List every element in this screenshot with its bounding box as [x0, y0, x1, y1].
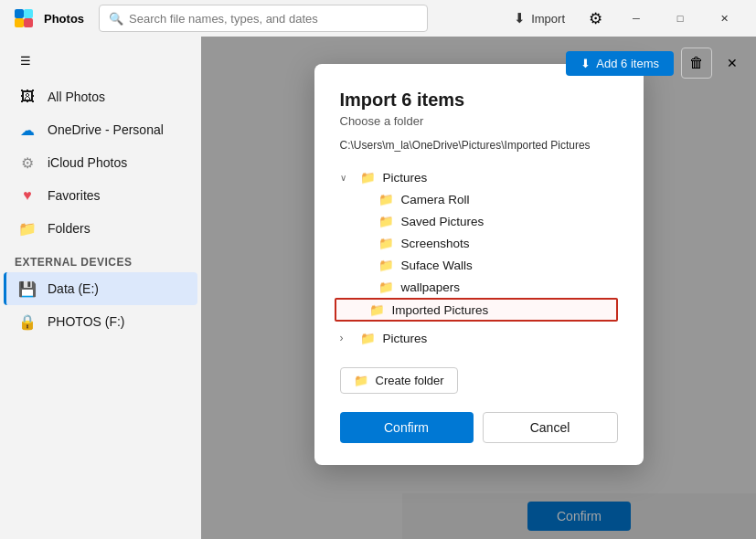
dialog-actions: Confirm Cancel — [340, 412, 618, 443]
chevron-down-icon: ∨ — [340, 173, 353, 183]
sidebar-item-data-e[interactable]: 💾 Data (E:) — [4, 272, 197, 305]
sidebar-item-onedrive[interactable]: ☁ OneDrive - Personal — [4, 113, 197, 146]
folder-icon: 📁 — [378, 280, 394, 294]
title-bar-left: Photos 🔍 — [11, 5, 503, 32]
favorites-icon: ♥ — [18, 186, 37, 205]
folder-icon: 📁 — [378, 236, 394, 250]
sidebar-item-folders[interactable]: 📁 Folders — [4, 212, 197, 245]
tree-item-label: Saved Pictures — [401, 215, 484, 228]
folder-icon: 📁 — [378, 258, 394, 272]
settings-icon[interactable]: ⚙ — [585, 5, 606, 32]
tree-item-pictures-collapsed[interactable]: › 📁 Pictures — [340, 327, 618, 349]
onedrive-icon: ☁ — [18, 121, 37, 139]
tree-item-label: Camera Roll — [401, 193, 470, 206]
trash-button[interactable]: 🗑 — [681, 48, 712, 79]
window-controls: ─ □ ✕ — [615, 4, 745, 33]
dialog-path: C:\Users\m_la\OneDrive\Pictures\Imported… — [340, 139, 618, 152]
title-bar-right: ⬇ Import ⚙ ─ □ ✕ — [503, 4, 745, 33]
dialog-subtitle: Choose a folder — [340, 114, 618, 128]
hamburger-icon: ☰ — [20, 54, 31, 68]
add-items-button[interactable]: ⬇ Add 6 items — [566, 51, 674, 76]
tree-item-camera-roll[interactable]: 📁 Camera Roll — [340, 188, 618, 210]
app-icon — [11, 5, 37, 31]
tree-item-label: wallpapers — [401, 280, 461, 294]
svg-rect-2 — [15, 18, 24, 27]
icloud-icon: ⚙ — [18, 153, 37, 172]
add-items-icon: ⬇ — [580, 57, 591, 70]
tree-item-label: Suface Walls — [401, 259, 473, 272]
title-bar: Photos 🔍 ⬇ Import ⚙ ─ □ ✕ — [0, 0, 756, 37]
tree-item-label: Pictures — [383, 332, 428, 345]
drive-e-icon: 💾 — [18, 280, 37, 298]
tree-item-saved-pictures[interactable]: 📁 Saved Pictures — [340, 210, 618, 232]
overlay: Import 6 items Choose a folder C:\Users\… — [201, 37, 756, 539]
header-close-button[interactable]: ✕ — [719, 50, 745, 76]
svg-rect-1 — [24, 9, 33, 18]
folder-icon: 📁 — [378, 214, 394, 228]
folder-tree: ∨ 📁 Pictures 📁 Camera Roll 📁 Saved Pictu… — [340, 166, 618, 349]
main-area: ⬇ Add 6 items 🗑 ✕ Import 6 items Choose … — [201, 37, 756, 539]
import-header: ⬇ Add 6 items 🗑 ✕ — [566, 48, 745, 79]
sidebar: ☰ 🖼 All Photos ☁ OneDrive - Personal ⚙ i… — [0, 37, 201, 539]
minimize-button[interactable]: ─ — [615, 4, 657, 33]
search-input[interactable] — [129, 12, 418, 26]
chevron-right-icon: › — [340, 332, 353, 344]
svg-rect-3 — [24, 18, 33, 27]
sidebar-item-photos-f[interactable]: 🔒 PHOTOS (F:) — [4, 305, 197, 338]
tree-item-label: Imported Pictures — [392, 303, 489, 317]
confirm-button[interactable]: Confirm — [340, 412, 474, 443]
sidebar-item-icloud[interactable]: ⚙ iCloud Photos — [4, 146, 197, 179]
tree-item-imported-pictures[interactable]: 📁 Imported Pictures — [335, 298, 618, 322]
import-button-top[interactable]: ⬇ Import — [503, 6, 576, 30]
tree-item-suface-walls[interactable]: 📁 Suface Walls — [340, 254, 618, 276]
menu-button[interactable]: ☰ — [7, 44, 44, 77]
import-icon: ⬇ — [514, 10, 526, 26]
drive-f-icon: 🔒 — [18, 312, 37, 331]
folders-icon: 📁 — [18, 219, 37, 238]
cancel-button[interactable]: Cancel — [483, 412, 618, 443]
tree-item-screenshots[interactable]: 📁 Screenshots — [340, 232, 618, 254]
svg-rect-0 — [15, 9, 24, 18]
search-icon: 🔍 — [109, 12, 123, 26]
close-button[interactable]: ✕ — [703, 4, 745, 33]
external-devices-section: External Devices — [0, 245, 201, 272]
maximize-button[interactable]: □ — [659, 4, 701, 33]
tree-item-label: Pictures — [383, 171, 428, 185]
sidebar-item-favorites[interactable]: ♥ Favorites — [4, 179, 197, 212]
tree-item-label: Screenshots — [401, 237, 470, 250]
folder-icon: 📁 — [378, 192, 394, 206]
folder-icon: 📁 — [360, 170, 376, 185]
dialog: Import 6 items Choose a folder C:\Users\… — [314, 64, 644, 465]
sidebar-item-all-photos[interactable]: 🖼 All Photos — [4, 80, 197, 113]
search-bar[interactable]: 🔍 — [99, 5, 428, 32]
all-photos-icon: 🖼 — [18, 88, 37, 106]
app-name: Photos — [44, 12, 84, 26]
trash-icon: 🗑 — [689, 55, 704, 71]
tree-item-pictures-expanded[interactable]: ∨ 📁 Pictures — [340, 166, 618, 188]
folder-icon: 📁 — [360, 331, 376, 345]
create-folder-icon: 📁 — [354, 374, 368, 387]
header-close-icon: ✕ — [727, 56, 738, 70]
create-folder-button[interactable]: 📁 Create folder — [340, 367, 458, 394]
folder-icon: 📁 — [369, 302, 385, 317]
tree-item-wallpapers[interactable]: 📁 wallpapers — [340, 276, 618, 298]
dialog-title: Import 6 items — [340, 90, 618, 111]
